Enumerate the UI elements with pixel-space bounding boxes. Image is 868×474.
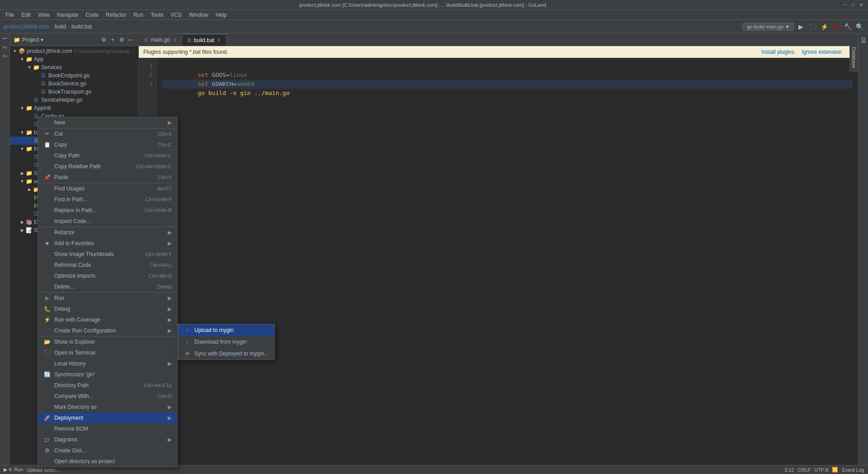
status-position[interactable]: 3:12 bbox=[784, 467, 794, 473]
ctx-debug[interactable]: 🐛 Debug ▶ bbox=[38, 303, 177, 314]
status-crlf[interactable]: CRLF bbox=[798, 467, 811, 473]
menu-navigate[interactable]: Navigate bbox=[53, 11, 82, 19]
ctx-removebom[interactable]: Remove BOM bbox=[38, 423, 177, 434]
tree-appinit[interactable]: ▼ 📁 AppInit bbox=[10, 104, 138, 112]
ctx-refactor[interactable]: Refactor ▶ bbox=[38, 227, 177, 238]
val-linux: linux bbox=[230, 71, 247, 78]
search-button[interactable]: 🔍 bbox=[854, 22, 864, 32]
menu-code[interactable]: Code bbox=[82, 11, 102, 19]
ctx-copyrelppath[interactable]: Copy Relative Path Ctrl+Alt+Shift+C bbox=[38, 161, 177, 172]
status-run[interactable]: ▶ 4: Run bbox=[4, 467, 23, 473]
run-config-dropdown[interactable]: go build main.go ▼ bbox=[743, 23, 794, 31]
ctx-markdiras-label: Mark Directory as bbox=[54, 404, 164, 410]
ctx-creategist[interactable]: ⚙ Create Gist... bbox=[38, 445, 177, 456]
ctx-comparewith-shortcut: Ctrl+D bbox=[158, 393, 172, 399]
breadcrumb-build[interactable]: build bbox=[55, 24, 66, 30]
ctx-optimizeimports[interactable]: Optimize Imports Ctrl+Alt+O bbox=[38, 270, 177, 281]
panel-close-icon[interactable]: — bbox=[127, 36, 135, 44]
database-panel-tab[interactable]: Database bbox=[849, 43, 858, 72]
panel-gear-icon[interactable]: + bbox=[108, 36, 117, 44]
favorites-tab-icon[interactable]: 2 bbox=[1, 44, 8, 51]
build-button[interactable]: 🔨 bbox=[843, 22, 853, 32]
ctx-paste[interactable]: 📌 Paste Ctrl+V bbox=[38, 172, 177, 183]
ctx-findusages[interactable]: Find Usages Alt+F7 bbox=[38, 183, 177, 194]
ctx-openinterminal[interactable]: ⬛ Open in Terminal bbox=[38, 347, 177, 358]
maximize-button[interactable]: □ bbox=[850, 2, 856, 8]
stop-button[interactable]: ■ bbox=[831, 22, 841, 32]
sub-download-mygin[interactable]: ↓ Download from mygin bbox=[178, 336, 274, 348]
ignore-extension-link[interactable]: Ignore extension bbox=[802, 49, 842, 55]
status-encoding[interactable]: UTF-8 bbox=[814, 467, 828, 473]
install-plugins-link[interactable]: Install plugins bbox=[762, 49, 795, 55]
ctx-runwithcoverage[interactable]: ⚡ Run with Coverage ▶ bbox=[38, 314, 177, 325]
status-git[interactable]: 🔀 bbox=[832, 467, 838, 473]
ctx-inspectcode[interactable]: Inspect Code... bbox=[38, 216, 177, 227]
menu-edit[interactable]: Edit bbox=[18, 11, 34, 19]
root-label: product.jtthink.com bbox=[27, 48, 72, 54]
menu-file[interactable]: File bbox=[2, 11, 18, 19]
debug-button[interactable]: ⬛ bbox=[807, 22, 817, 32]
ctx-comparewith[interactable]: Compare With... Ctrl+D bbox=[38, 391, 177, 402]
tab-build-bat-close[interactable]: ✕ bbox=[217, 38, 221, 43]
panel-settings-icon[interactable]: ⚙ bbox=[118, 36, 126, 44]
tree-bookendpoint[interactable]: G BookEndpoint.go bbox=[10, 71, 138, 80]
ctx-markdiras[interactable]: Mark Directory as ▶ bbox=[38, 402, 177, 412]
menu-help[interactable]: Help bbox=[212, 11, 231, 19]
tree-booktransport[interactable]: G BookTransport.go bbox=[10, 88, 138, 96]
tab-main-go[interactable]: G main.go ✕ bbox=[139, 34, 182, 46]
ctx-delete[interactable]: Delete... Delete bbox=[38, 281, 177, 292]
menu-run[interactable]: Run bbox=[130, 11, 147, 19]
ctx-paste-label: Paste bbox=[54, 174, 149, 180]
ctx-opendiras[interactable]: Open directory as project bbox=[38, 456, 177, 467]
ctx-synchronize[interactable]: 🔄 Synchronize 'gin' bbox=[38, 369, 177, 380]
code-editor[interactable]: 1 2 3 set GOOS=linux set GOARCH=amd64 go… bbox=[139, 58, 858, 465]
tree-servicehelper[interactable]: G ServiceHelper.go bbox=[10, 96, 138, 104]
structure-tab-icon[interactable]: Z bbox=[1, 53, 8, 59]
ctx-copypath[interactable]: Copy Path Ctrl+Shift+C bbox=[38, 150, 177, 161]
ctx-replaceinpath[interactable]: Replace in Path... Ctrl+Shift+R bbox=[38, 205, 177, 216]
ctx-copy[interactable]: 📋 Copy Ctrl+C bbox=[38, 139, 177, 150]
minimize-button[interactable]: ─ bbox=[842, 2, 848, 8]
cmd-go: go build -o gin ../main.go bbox=[198, 90, 290, 96]
ctx-runwithcoverage-icon: ⚡ bbox=[43, 316, 51, 323]
database-tab-icon[interactable]: DB bbox=[860, 35, 867, 45]
ctx-optimizeimports-label: Optimize Imports bbox=[54, 273, 140, 279]
tree-services[interactable]: ▼ 📁 Services bbox=[10, 63, 138, 71]
ctx-directorypath[interactable]: Directory Path Ctrl+Alt+F12 bbox=[38, 380, 177, 391]
tree-bookservice[interactable]: G BookService.go bbox=[10, 80, 138, 88]
menu-vcs[interactable]: VCS bbox=[167, 11, 185, 19]
ctx-imagethumbs[interactable]: Show Image Thumbnails Ctrl+Shift+T bbox=[38, 249, 177, 260]
close-button[interactable]: ✕ bbox=[858, 2, 864, 8]
menu-refactor[interactable]: Refactor bbox=[102, 11, 130, 19]
tab-main-go-close[interactable]: ✕ bbox=[173, 38, 176, 43]
tree-root[interactable]: ▼ 📦 product.jtthink.com C:\Users\admin\g… bbox=[10, 47, 138, 55]
ctx-createrunconfig[interactable]: Create Run Configuration ▶ bbox=[38, 325, 177, 336]
ctx-deployment[interactable]: 🚀 Deployment ▶ bbox=[38, 412, 177, 423]
menu-tools[interactable]: Tools bbox=[147, 11, 167, 19]
tab-build-bat[interactable]: B build.bat ✕ bbox=[182, 34, 226, 46]
menu-window[interactable]: Window bbox=[185, 11, 212, 19]
ctx-localhistory[interactable]: Local History ▶ bbox=[38, 358, 177, 369]
status-eventlog[interactable]: Event Log bbox=[842, 467, 864, 473]
panel-cog-icon[interactable]: ⚙ bbox=[99, 36, 108, 44]
ctx-run[interactable]: ▶ Run ▶ bbox=[38, 292, 177, 303]
ctx-imagethumbs-shortcut: Ctrl+Shift+T bbox=[145, 251, 172, 257]
code-content[interactable]: set GOOS=linux set GOARCH=amd64 go build… bbox=[157, 58, 858, 465]
tree-app[interactable]: ▼ 📁 App bbox=[10, 55, 138, 63]
menu-view[interactable]: View bbox=[34, 11, 53, 19]
ctx-diagrams[interactable]: ◻ Diagrams ▶ bbox=[38, 434, 177, 445]
ctx-showinexplorer[interactable]: 📂 Show in Explorer bbox=[38, 336, 177, 347]
sub-sync-mygin[interactable]: ⟳ Sync with Deployed to mygin... bbox=[178, 348, 274, 360]
breadcrumb-file[interactable]: build.bat bbox=[71, 24, 92, 30]
status-upload[interactable]: Upload selec... bbox=[27, 467, 60, 473]
ctx-new[interactable]: New ▶ bbox=[38, 117, 177, 128]
project-tab-icon[interactable]: 1 bbox=[1, 35, 8, 42]
ctx-addtofavs[interactable]: ★ Add to Favorites ▶ bbox=[38, 238, 177, 249]
run-coverage-button[interactable]: ⚡ bbox=[819, 22, 829, 32]
ctx-findinpath[interactable]: Find in Path... Ctrl+Shift+F bbox=[38, 194, 177, 205]
ctx-cut[interactable]: ✂ Cut Ctrl+X bbox=[38, 128, 177, 139]
run-button[interactable]: ▶ bbox=[796, 22, 806, 32]
breadcrumb-root[interactable]: product.jtthink.com bbox=[4, 24, 49, 30]
sub-upload-mygin[interactable]: ↑ Upload to mygin bbox=[178, 324, 274, 336]
ctx-reformatcode[interactable]: Reformat Code Ctrl+Alt+L bbox=[38, 260, 177, 270]
